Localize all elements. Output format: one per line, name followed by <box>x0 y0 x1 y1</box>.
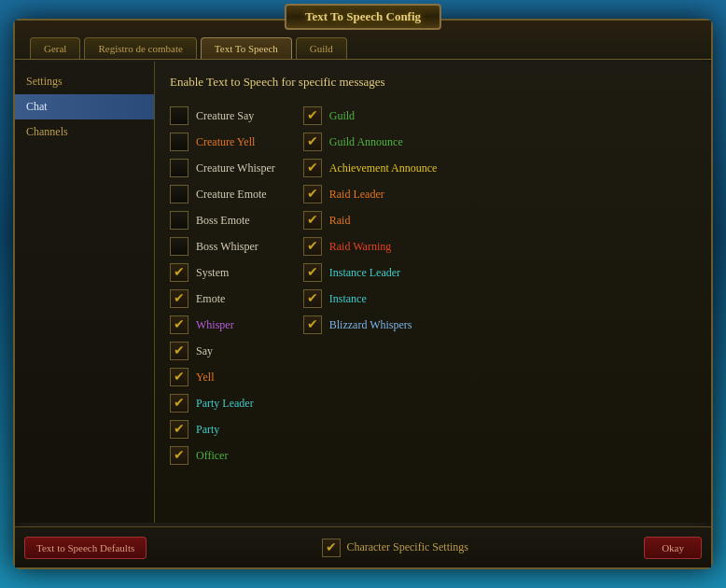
tab-tts[interactable]: Text To Speech <box>201 37 292 59</box>
label-raid-warning: Raid Warning <box>329 240 391 254</box>
check-icon-party-leader: ✔ <box>174 397 185 410</box>
checkbox-item-whisper[interactable]: ✔Whisper <box>170 312 275 338</box>
checkbox-item-instance[interactable]: ✔Instance <box>303 286 438 312</box>
check-icon-guild: ✔ <box>307 109 318 122</box>
label-achievement-announce: Achievement Announce <box>329 161 438 175</box>
checkbox-item-creature-yell[interactable]: Creature Yell <box>170 129 275 155</box>
window-title: Text To Speech Config <box>285 4 441 30</box>
checkbox-item-yell[interactable]: ✔Yell <box>170 364 275 390</box>
checkbox-emote[interactable]: ✔ <box>170 289 188 308</box>
checkbox-item-say[interactable]: ✔Say <box>170 338 275 364</box>
label-emote: Emote <box>196 292 225 306</box>
label-yell: Yell <box>196 371 214 385</box>
checkbox-creature-say[interactable] <box>170 106 188 125</box>
checkbox-item-instance-leader[interactable]: ✔Instance Leader <box>303 259 438 286</box>
checkbox-item-officer[interactable]: ✔Officer <box>170 442 275 469</box>
checkbox-item-system[interactable]: ✔System <box>170 259 275 286</box>
left-column: Creature SayCreature YellCreature Whispe… <box>170 103 275 469</box>
tab-geral[interactable]: Geral <box>30 37 80 59</box>
checkbox-item-guild[interactable]: ✔Guild <box>303 103 438 129</box>
checkbox-party[interactable]: ✔ <box>170 420 188 439</box>
checkbox-item-creature-emote[interactable]: Creature Emote <box>170 181 275 207</box>
checkbox-blizzard-whispers[interactable]: ✔ <box>303 315 322 334</box>
label-creature-yell: Creature Yell <box>196 135 255 149</box>
check-icon-system: ✔ <box>174 266 185 279</box>
checkbox-item-boss-whisper[interactable]: Boss Whisper <box>170 233 275 259</box>
checkbox-instance[interactable]: ✔ <box>303 289 322 308</box>
checkbox-item-raid-leader[interactable]: ✔Raid Leader <box>303 181 438 207</box>
defaults-button[interactable]: Text to Speech Defaults <box>24 537 147 559</box>
label-guild-announce: Guild Announce <box>329 135 403 149</box>
label-boss-whisper: Boss Whisper <box>196 240 258 254</box>
right-column: ✔Guild✔Guild Announce✔Achievement Announ… <box>303 103 438 469</box>
check-icon-whisper: ✔ <box>174 318 185 331</box>
checkbox-officer[interactable]: ✔ <box>170 446 188 465</box>
check-icon-achievement-announce: ✔ <box>307 161 318 175</box>
main-panel: Enable Text to Speech for specific messa… <box>155 62 711 523</box>
checkbox-creature-yell[interactable] <box>170 133 188 151</box>
label-raid: Raid <box>329 214 351 228</box>
label-system: System <box>196 266 229 280</box>
checkbox-raid[interactable]: ✔ <box>303 211 322 230</box>
label-creature-whisper: Creature Whisper <box>196 161 275 175</box>
main-window: Text To Speech Config GeralRegistro de c… <box>13 19 713 569</box>
checkbox-guild[interactable]: ✔ <box>303 106 322 125</box>
content-area: SettingsChatChannels Enable Text to Spee… <box>15 62 711 523</box>
checkbox-party-leader[interactable]: ✔ <box>170 394 188 413</box>
checkbox-item-creature-say[interactable]: Creature Say <box>170 103 275 129</box>
label-boss-emote: Boss Emote <box>196 214 250 228</box>
label-blizzard-whispers: Blizzard Whispers <box>329 318 412 332</box>
checkbox-instance-leader[interactable]: ✔ <box>303 263 322 282</box>
check-icon-blizzard-whispers: ✔ <box>307 318 318 331</box>
okay-button[interactable]: Okay <box>644 537 702 559</box>
tab-registro[interactable]: Registro de combate <box>84 37 196 59</box>
checkbox-creature-emote[interactable] <box>170 185 188 203</box>
checkbox-say[interactable]: ✔ <box>170 342 188 360</box>
checkbox-system[interactable]: ✔ <box>170 263 188 282</box>
checkbox-boss-whisper[interactable] <box>170 237 188 256</box>
check-icon-emote: ✔ <box>174 292 185 305</box>
label-creature-emote: Creature Emote <box>196 188 267 202</box>
label-party: Party <box>196 423 219 437</box>
checkbox-item-party-leader[interactable]: ✔Party Leader <box>170 390 275 416</box>
checkbox-creature-whisper[interactable] <box>170 159 188 177</box>
label-guild: Guild <box>329 109 355 123</box>
checkbox-raid-leader[interactable]: ✔ <box>303 185 322 203</box>
checkbox-raid-warning[interactable]: ✔ <box>303 237 322 256</box>
check-icon-raid-leader: ✔ <box>307 188 318 201</box>
checkbox-item-boss-emote[interactable]: Boss Emote <box>170 207 275 233</box>
check-icon-raid-warning: ✔ <box>307 240 318 253</box>
sidebar: SettingsChatChannels <box>15 62 155 523</box>
sidebar-item-settings[interactable]: Settings <box>15 69 154 94</box>
label-instance-leader: Instance Leader <box>329 266 400 280</box>
checkbox-item-raid-warning[interactable]: ✔Raid Warning <box>303 233 438 259</box>
sidebar-item-channels[interactable]: Channels <box>15 119 154 145</box>
checkbox-boss-emote[interactable] <box>170 211 188 230</box>
tab-guild[interactable]: Guild <box>296 37 347 59</box>
sidebar-item-chat[interactable]: Chat <box>15 94 154 119</box>
check-icon-raid: ✔ <box>307 214 318 227</box>
checkbox-item-guild-announce[interactable]: ✔Guild Announce <box>303 129 438 155</box>
checkbox-columns: Creature SayCreature YellCreature Whispe… <box>170 103 696 469</box>
checkbox-item-raid[interactable]: ✔Raid <box>303 207 438 233</box>
character-settings-toggle[interactable]: ✔ Character Specific Settings <box>322 539 468 557</box>
check-icon-instance: ✔ <box>307 292 318 305</box>
checkbox-item-blizzard-whispers[interactable]: ✔Blizzard Whispers <box>303 312 438 338</box>
check-icon-officer: ✔ <box>174 449 185 462</box>
checkbox-item-achievement-announce[interactable]: ✔Achievement Announce <box>303 155 438 181</box>
checkbox-guild-announce[interactable]: ✔ <box>303 133 322 151</box>
character-settings-checkbox[interactable]: ✔ <box>322 539 341 557</box>
label-say: Say <box>196 344 213 358</box>
check-icon-guild-announce: ✔ <box>307 135 318 148</box>
label-party-leader: Party Leader <box>196 397 254 411</box>
bottom-bar: Text to Speech Defaults ✔ Character Spec… <box>15 526 711 567</box>
checkbox-yell[interactable]: ✔ <box>170 368 188 386</box>
check-icon: ✔ <box>326 541 337 554</box>
checkbox-item-emote[interactable]: ✔Emote <box>170 286 275 312</box>
panel-title: Enable Text to Speech for specific messa… <box>170 75 696 90</box>
checkbox-item-party[interactable]: ✔Party <box>170 416 275 442</box>
checkbox-achievement-announce[interactable]: ✔ <box>303 159 322 177</box>
checkbox-item-creature-whisper[interactable]: Creature Whisper <box>170 155 275 181</box>
check-icon-say: ✔ <box>174 344 185 357</box>
checkbox-whisper[interactable]: ✔ <box>170 315 188 334</box>
